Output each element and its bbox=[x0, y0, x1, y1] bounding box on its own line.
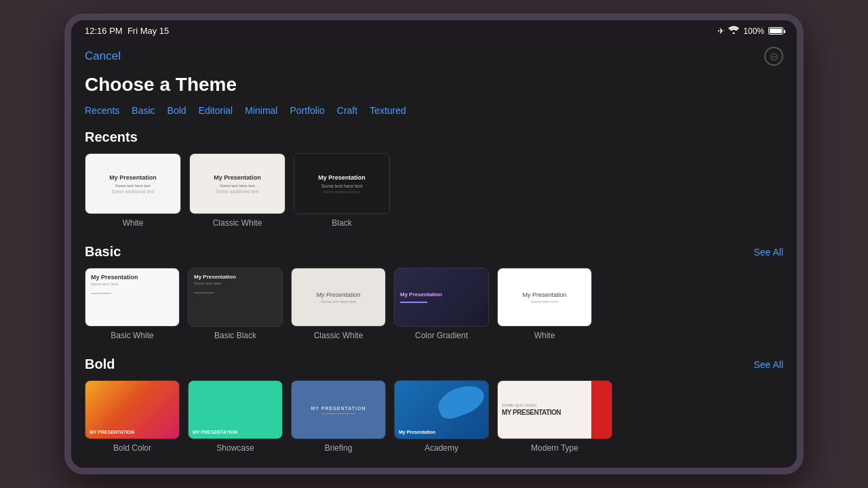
tab-portfolio[interactable]: Portfolio bbox=[290, 105, 324, 116]
tablet-frame: 12:16 PM Fri May 15 ✈ 100% Cancel bbox=[64, 14, 804, 474]
theme-name-classic-white2: Classic White bbox=[314, 331, 363, 340]
tab-editorial[interactable]: Editorial bbox=[199, 105, 233, 116]
preview-label: My Presentation bbox=[214, 174, 261, 182]
preview-showcase: MY PRESENTATION bbox=[189, 381, 282, 439]
theme-card-classic-white2[interactable]: My Presentation Some text here text Clas… bbox=[291, 268, 386, 340]
tab-textured[interactable]: Textured bbox=[370, 105, 406, 116]
theme-card-modern-type[interactable]: SOME QUO NUNC MY PRESENTATION Modern Typ… bbox=[497, 380, 612, 453]
theme-card-showcase[interactable]: MY PRESENTATION Showcase bbox=[188, 380, 283, 453]
theme-card-color-gradient[interactable]: My Presentation Color Gradient bbox=[394, 268, 489, 340]
preview-label: My Presentation bbox=[399, 430, 435, 434]
preview-basic-black: My Presentation Some text here bbox=[189, 268, 282, 326]
preview-sub: Some text here text bbox=[115, 184, 151, 188]
theme-name-basic-black: Basic Black bbox=[214, 331, 256, 340]
preview-label: My Presentation bbox=[400, 291, 442, 298]
preview-sub: Some text here text bbox=[220, 184, 255, 188]
tab-recents[interactable]: Recents bbox=[85, 105, 119, 116]
filter-tabs: Recents Basic Bold Editorial Minimal Por… bbox=[85, 105, 783, 116]
page-title: Choose a Theme bbox=[85, 74, 783, 96]
preview-sub: Some text here text bbox=[321, 300, 356, 304]
theme-name-white2: White bbox=[534, 331, 555, 340]
battery-icon: 100% bbox=[743, 26, 764, 36]
theme-card-basic-white[interactable]: My Presentation Some text here Basic Whi… bbox=[85, 268, 180, 340]
theme-card-basic-black[interactable]: My Presentation Some text here Basic Bla… bbox=[188, 268, 283, 340]
theme-card-academy[interactable]: My Presentation Academy bbox=[394, 380, 489, 453]
preview-label: My Presentation bbox=[316, 291, 360, 298]
tab-craft[interactable]: Craft bbox=[337, 105, 357, 116]
preview-classic-white2: My Presentation Some text here text bbox=[292, 268, 385, 326]
theme-preview-academy: My Presentation bbox=[394, 380, 489, 439]
theme-card-bold-color[interactable]: MY PRESENTATION Bold Color bbox=[85, 380, 180, 453]
theme-preview-black: My Presentation Some text here text Some… bbox=[294, 153, 390, 214]
theme-card-white2[interactable]: My Presentation Some text here White bbox=[497, 268, 592, 340]
preview-sub: Some text here text bbox=[321, 184, 363, 188]
preview-label: MY PRESENTATION bbox=[502, 409, 561, 416]
tab-bold[interactable]: Bold bbox=[167, 105, 186, 116]
theme-preview-white: My Presentation Some text here text Some… bbox=[85, 153, 181, 214]
preview-label: My Presentation bbox=[522, 291, 566, 298]
theme-preview-modern-type: SOME QUO NUNC MY PRESENTATION bbox=[497, 380, 612, 439]
theme-name-showcase: Showcase bbox=[216, 443, 254, 453]
theme-card-briefing[interactable]: MY PRESENTATION Briefing bbox=[291, 380, 386, 453]
theme-name-color-gradient: Color Gradient bbox=[415, 331, 468, 340]
bold-header: Bold See All bbox=[85, 357, 783, 372]
battery-graphic bbox=[768, 27, 783, 35]
preview-white: My Presentation Some text here text Some… bbox=[85, 154, 180, 214]
theme-preview-showcase: MY PRESENTATION bbox=[188, 380, 283, 439]
status-time: 12:16 PM Fri May 15 bbox=[85, 26, 169, 36]
wifi-icon bbox=[728, 26, 739, 36]
preview-sub: Some text here bbox=[531, 300, 559, 304]
preview-sub2: Some additional text bbox=[111, 189, 154, 194]
svg-point-0 bbox=[733, 33, 735, 35]
theme-name-academy: Academy bbox=[425, 443, 458, 453]
settings-icon[interactable]: ⊖ bbox=[764, 47, 783, 66]
theme-preview-bold-color: MY PRESENTATION bbox=[85, 380, 180, 439]
preview-sub2: Some additional text bbox=[216, 189, 258, 194]
theme-card-black[interactable]: My Presentation Some text here text Some… bbox=[294, 153, 390, 228]
theme-preview-classic-white2: My Presentation Some text here text bbox=[291, 268, 386, 327]
preview-black: My Presentation Some text here text Some… bbox=[294, 154, 389, 214]
tab-minimal[interactable]: Minimal bbox=[245, 105, 277, 116]
theme-preview-classic-white: My Presentation Some text here text Some… bbox=[189, 153, 285, 214]
basic-grid: My Presentation Some text here Basic Whi… bbox=[85, 268, 783, 340]
status-bar: 12:16 PM Fri May 15 ✈ 100% bbox=[71, 20, 797, 41]
preview-label: My Presentation bbox=[109, 174, 157, 182]
cancel-button[interactable]: Cancel bbox=[85, 49, 121, 63]
theme-preview-color-gradient: My Presentation bbox=[394, 268, 489, 327]
preview-color-gradient: My Presentation bbox=[395, 268, 488, 326]
content-area: Cancel ⊖ Choose a Theme Recents Basic Bo… bbox=[71, 41, 797, 462]
preview-label-small: SOME QUO NUNC bbox=[502, 403, 537, 407]
status-icons: ✈ 100% bbox=[717, 26, 783, 36]
theme-preview-briefing: MY PRESENTATION bbox=[291, 380, 386, 439]
theme-name-modern-type: Modern Type bbox=[531, 443, 578, 453]
preview-red-accent bbox=[591, 381, 612, 439]
preview-label: MY PRESENTATION bbox=[193, 430, 237, 434]
bold-grid: MY PRESENTATION Bold Color MY PRESENTATI… bbox=[85, 380, 783, 453]
preview-label: MY PRESENTATION bbox=[311, 406, 366, 411]
preview-classic-white: My Presentation Some text here text Some… bbox=[190, 154, 285, 214]
preview-bold-color: MY PRESENTATION bbox=[85, 381, 179, 439]
basic-title: Basic bbox=[85, 244, 121, 260]
preview-label: My Presentation bbox=[91, 274, 138, 281]
theme-name-black: Black bbox=[332, 218, 351, 228]
preview-white2: My Presentation Some text here bbox=[498, 268, 591, 326]
theme-card-classic-white[interactable]: My Presentation Some text here text Some… bbox=[189, 153, 285, 228]
theme-preview-basic-black: My Presentation Some text here bbox=[188, 268, 283, 327]
theme-preview-white2: My Presentation Some text here bbox=[497, 268, 592, 327]
airplane-icon: ✈ bbox=[717, 26, 724, 36]
preview-modern-type: SOME QUO NUNC MY PRESENTATION bbox=[498, 381, 591, 439]
theme-name-basic-white: Basic White bbox=[111, 331, 153, 340]
tab-basic[interactable]: Basic bbox=[132, 105, 155, 116]
theme-name-white: White bbox=[123, 218, 144, 228]
bold-see-all[interactable]: See All bbox=[753, 359, 783, 370]
theme-name-briefing: Briefing bbox=[325, 443, 353, 453]
basic-see-all[interactable]: See All bbox=[753, 247, 783, 258]
recents-grid: My Presentation Some text here text Some… bbox=[85, 153, 783, 228]
preview-sub2: Some additional text bbox=[323, 190, 360, 194]
whale-shape bbox=[434, 381, 488, 422]
theme-card-white[interactable]: My Presentation Some text here text Some… bbox=[85, 153, 181, 228]
basic-header: Basic See All bbox=[85, 244, 783, 260]
theme-preview-basic-white: My Presentation Some text here bbox=[85, 268, 180, 327]
preview-briefing: MY PRESENTATION bbox=[292, 381, 385, 439]
theme-name-bold-color: Bold Color bbox=[113, 443, 151, 453]
